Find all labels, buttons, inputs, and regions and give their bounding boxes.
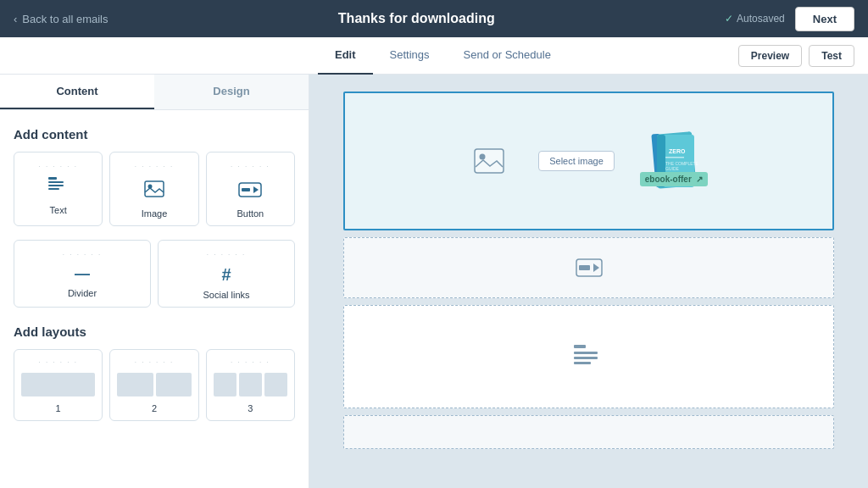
tab-send-schedule[interactable]: Send or Schedule: [447, 37, 568, 75]
social-label: Social links: [203, 290, 249, 300]
svg-rect-3: [48, 188, 59, 190]
dots-icon: · · · · · ·: [135, 163, 174, 170]
svg-point-10: [480, 154, 486, 160]
layout-col: [239, 373, 262, 396]
layouts-grid: · · · · · · 1 · · · · · · 2: [14, 349, 295, 421]
svg-text:ZERO: ZERO: [669, 148, 686, 154]
image-icon: [144, 177, 164, 203]
autosaved-status: ✓ Autosaved: [725, 13, 785, 25]
divider-label: Divider: [68, 288, 97, 298]
layout-preview-3: [214, 373, 287, 396]
back-arrow-icon: ‹: [14, 13, 17, 25]
svg-rect-2: [48, 185, 64, 186]
svg-rect-4: [145, 181, 164, 197]
layout-col: [214, 373, 236, 396]
sidebar-content: Add content · · · · · · Text: [0, 110, 309, 435]
content-item-divider[interactable]: · · · · · · — Divider: [14, 240, 151, 308]
select-image-button[interactable]: Select image: [538, 151, 615, 171]
button-block-content: [344, 238, 833, 297]
content-items-grid: · · · · · · Text · · · · · ·: [14, 152, 295, 226]
svg-rect-22: [574, 345, 586, 348]
check-icon: ✓: [725, 13, 733, 25]
partial-email-block[interactable]: [343, 415, 834, 449]
divider-icon: —: [75, 265, 90, 283]
layout-item-1[interactable]: · · · · · · 1: [14, 349, 103, 421]
sidebar-tabs: Content Design: [0, 75, 309, 110]
svg-rect-24: [574, 357, 598, 359]
tabs-container: Edit Settings Send or Schedule: [318, 37, 568, 75]
back-label: Back to all emails: [22, 13, 108, 25]
dots-icon: · · · · · ·: [63, 251, 102, 258]
image-email-block[interactable]: Select image: [343, 92, 834, 230]
layout-col: [21, 373, 95, 396]
svg-marker-7: [253, 186, 259, 193]
svg-rect-0: [48, 177, 57, 180]
svg-rect-1: [48, 181, 64, 183]
svg-text:GUIDE: GUIDE: [665, 166, 680, 171]
layout-item-2[interactable]: · · · · · · 2: [109, 349, 198, 421]
svg-rect-9: [475, 149, 504, 173]
image-label: Image: [142, 208, 168, 219]
svg-rect-25: [574, 362, 591, 364]
svg-rect-23: [574, 352, 598, 354]
tab-edit[interactable]: Edit: [318, 37, 373, 75]
add-content-title: Add content: [14, 127, 295, 141]
preview-button[interactable]: Preview: [738, 45, 802, 67]
svg-rect-8: [242, 188, 250, 191]
main-area: Content Design Add content · · · · · ·: [0, 75, 868, 488]
layout-label-2: 2: [152, 403, 157, 413]
layout-item-3[interactable]: · · · · · · 3: [206, 349, 295, 421]
image-placeholder-icon: [474, 148, 504, 174]
social-icon: #: [221, 265, 231, 285]
next-button[interactable]: Next: [795, 7, 854, 31]
tabs-right: Preview Test: [738, 45, 854, 67]
content-items-grid2: · · · · · · — Divider · · · · · · # Soci…: [14, 240, 295, 308]
button-email-block[interactable]: [343, 237, 834, 298]
topbar-right: ✓ Autosaved Next: [725, 7, 854, 31]
dots-icon: · · · · · ·: [207, 251, 246, 258]
button-placeholder-icon: [576, 258, 603, 277]
text-placeholder-icon: [574, 345, 604, 369]
svg-rect-16: [665, 157, 684, 158]
text-email-block[interactable]: [343, 305, 834, 408]
layout-col: [156, 373, 192, 396]
tab-settings[interactable]: Settings: [373, 37, 447, 75]
autosaved-label: Autosaved: [737, 13, 785, 25]
page-title: Thanks for downloading: [338, 11, 495, 26]
nav-tabs: Edit Settings Send or Schedule Preview T…: [0, 37, 868, 75]
ebook-container: ZERO THE COMPLETE GUIDE ebook-offer ↗: [648, 130, 704, 193]
image-block-inner: Select image: [345, 113, 832, 210]
dots-icon: · · · · · ·: [231, 358, 270, 366]
layout-col: [117, 373, 153, 396]
email-canvas: Select image: [309, 75, 868, 488]
layout-label-3: 3: [248, 403, 253, 413]
layout-col: [264, 373, 287, 396]
image-block-content: Select image: [345, 93, 832, 229]
content-item-button[interactable]: · · · · · · Button: [206, 152, 295, 226]
text-block-content: [344, 306, 833, 408]
cursor-icon: ↗: [696, 175, 703, 184]
image-placeholder: [474, 148, 504, 174]
layout-label-1: 1: [56, 403, 61, 413]
content-item-social[interactable]: · · · · · · # Social links: [158, 240, 295, 308]
text-icon: [48, 177, 69, 200]
sidebar-tab-content[interactable]: Content: [0, 75, 154, 109]
dots-icon: · · · · · ·: [231, 163, 270, 170]
content-item-image[interactable]: · · · · · · Image: [109, 152, 198, 226]
sidebar: Content Design Add content · · · · · ·: [0, 75, 309, 488]
text-label: Text: [50, 205, 67, 215]
ebook-tag: ebook-offer ↗: [640, 172, 708, 186]
add-layouts-title: Add layouts: [14, 324, 295, 339]
sidebar-tab-design[interactable]: Design: [154, 75, 309, 109]
test-button[interactable]: Test: [809, 45, 854, 67]
content-item-text[interactable]: · · · · · · Text: [14, 152, 103, 226]
dots-icon: · · · · · ·: [38, 358, 77, 366]
button-label: Button: [236, 208, 264, 219]
button-icon: [238, 177, 262, 203]
svg-rect-21: [579, 265, 590, 270]
dots-icon: · · · · · ·: [38, 163, 77, 170]
back-button[interactable]: ‹ Back to all emails: [14, 13, 108, 25]
topbar: ‹ Back to all emails Thanks for download…: [0, 0, 868, 37]
layout-preview-2: [117, 373, 191, 396]
layout-preview-1: [21, 373, 95, 396]
